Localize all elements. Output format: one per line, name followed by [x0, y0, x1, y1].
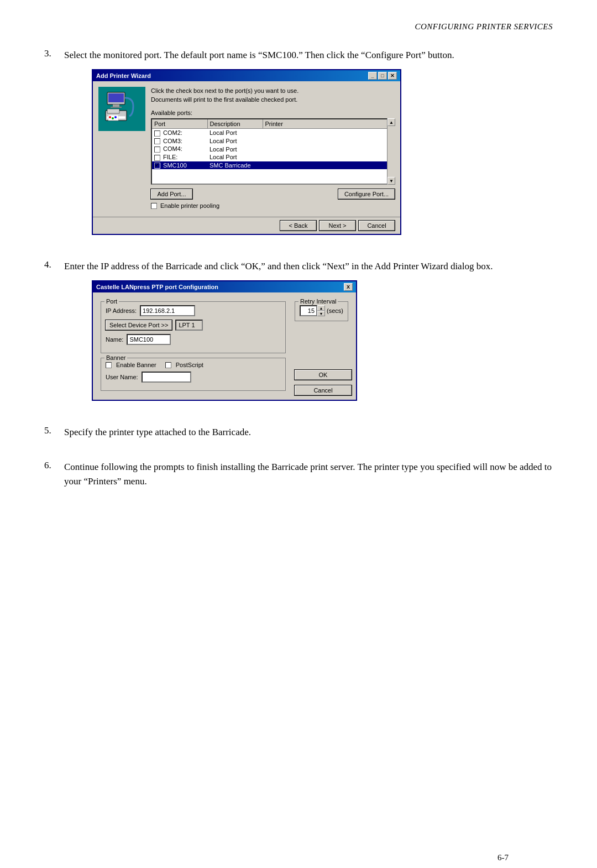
postscript-checkbox[interactable] — [165, 362, 171, 368]
enable-banner-checkbox[interactable] — [106, 362, 112, 368]
dialog-2-right: Retry Interval ▲ ▼ (secs) — [295, 297, 352, 395]
svg-point-10 — [114, 116, 117, 118]
port-2-printer — [263, 145, 394, 153]
port-list-container[interactable]: Port Description Printer — [151, 118, 395, 185]
enable-banner-label: Enable Banner — [116, 362, 156, 368]
svg-point-8 — [109, 116, 111, 118]
spinbox-buttons: ▲ ▼ — [317, 305, 325, 316]
port-groupbox: Port IP Address: Select Device Port >> L — [101, 301, 286, 353]
port-row-3[interactable]: FILE: Local Port — [152, 153, 394, 161]
step-6-number: 6. — [44, 460, 60, 496]
port-1-checkbox[interactable] — [154, 138, 160, 144]
dialog-2-body: Port IP Address: Select Device Port >> L — [93, 292, 356, 400]
port-1-printer — [263, 137, 394, 145]
dialog-2-title: Castelle LANpress PTP port Configuration — [96, 284, 218, 290]
cancel-button-2[interactable]: Cancel — [295, 385, 352, 395]
port-2-checkbox-cell: COM4: — [152, 145, 207, 153]
dialog-1-content: Click the check box next to the port(s) … — [151, 87, 395, 211]
port-3-name: FILE: — [163, 154, 177, 160]
dialog-1-instruction: Click the check box next to the port(s) … — [151, 87, 395, 104]
spinbox-up-button[interactable]: ▲ — [317, 305, 325, 311]
ip-address-label: IP Address: — [106, 307, 137, 314]
step-5: 5. Specify the printer type attached to … — [44, 425, 553, 446]
ok-button[interactable]: OK — [295, 370, 352, 380]
step-3-description: Select the monitored port. The default p… — [64, 48, 553, 62]
port-4-checkbox[interactable] — [154, 163, 160, 169]
svg-rect-1 — [108, 93, 124, 102]
step-5-number: 5. — [44, 425, 60, 446]
banner-options-row: Enable Banner PostScript — [106, 362, 281, 368]
port-3-checkbox[interactable] — [154, 155, 160, 161]
postscript-label: PostScript — [176, 362, 203, 368]
minimize-button[interactable]: _ — [368, 72, 377, 80]
close-button-2[interactable]: X — [344, 283, 353, 291]
retry-unit-label: (secs) — [327, 307, 343, 314]
wizard-printer-icon — [103, 90, 142, 128]
port-4-name: SMC100 — [163, 162, 187, 169]
configure-port-button[interactable]: Configure Port... — [338, 189, 395, 199]
scroll-up-arrow[interactable]: ▲ — [387, 118, 395, 126]
step-6-description: Continue following the prompts to finish… — [64, 460, 553, 489]
svg-rect-5 — [107, 109, 119, 113]
back-button-1[interactable]: < Back — [280, 221, 316, 231]
user-name-input[interactable] — [142, 372, 191, 383]
name-label: Name: — [106, 336, 123, 343]
page-number: 6-7 — [498, 853, 509, 862]
enable-pooling-label: Enable printer pooling — [160, 202, 219, 209]
port-group-label: Port — [104, 298, 119, 305]
close-button-1[interactable]: ✕ — [388, 72, 397, 80]
available-ports-label: Available ports: — [151, 109, 395, 116]
dialog-1-title: Add Printer Wizard — [96, 72, 151, 79]
step-3: 3. Select the monitored port. The defaul… — [44, 48, 553, 246]
port-4-printer — [263, 161, 394, 170]
ip-address-row: IP Address: — [106, 305, 281, 316]
svg-point-9 — [112, 117, 114, 119]
port-3-checkbox-cell: FILE: — [152, 153, 207, 161]
port-0-desc: Local Port — [207, 129, 263, 137]
dialog-1-body: Click the check box next to the port(s) … — [93, 81, 400, 217]
retry-interval-label: Retry Interval — [298, 298, 338, 305]
add-port-button[interactable]: Add Port... — [151, 189, 192, 199]
port-4-desc: SMC Barricade — [207, 161, 263, 170]
maximize-button[interactable]: □ — [378, 72, 387, 80]
port-table: Port Description Printer — [152, 119, 394, 169]
col-printer: Printer — [263, 119, 394, 129]
retry-spinbox: ▲ ▼ (secs) — [300, 305, 343, 316]
svg-rect-2 — [113, 104, 119, 107]
enable-pooling-checkbox[interactable] — [151, 203, 157, 209]
dialog-1-button-row: Add Port... Configure Port... — [151, 189, 395, 199]
port-1-name: COM3: — [163, 138, 182, 144]
port-2-checkbox[interactable] — [154, 147, 160, 153]
col-description: Description — [207, 119, 263, 129]
port-row-0[interactable]: COM2: Local Port — [152, 129, 394, 137]
next-button-1[interactable]: Next > — [320, 221, 355, 231]
port-row-1[interactable]: COM3: Local Port — [152, 137, 394, 145]
add-printer-wizard-dialog: Add Printer Wizard _ □ ✕ — [92, 69, 553, 235]
name-input[interactable] — [127, 334, 171, 345]
step-4-description: Enter the IP address of the Barricade an… — [64, 259, 553, 274]
port-row-2[interactable]: COM4: Local Port — [152, 145, 394, 153]
port-0-printer — [263, 129, 394, 137]
port-0-checkbox[interactable] — [154, 130, 160, 137]
page-header: Configuring Printer Services — [44, 22, 553, 32]
cancel-button-1[interactable]: Cancel — [359, 221, 395, 231]
retry-interval-groupbox: Retry Interval ▲ ▼ (secs) — [295, 301, 348, 321]
select-device-port-button[interactable]: Select Device Port >> — [106, 320, 172, 330]
dialog-1-titlebar: Add Printer Wizard _ □ ✕ — [93, 70, 400, 81]
retry-value-input[interactable] — [300, 305, 317, 316]
ip-address-input[interactable] — [140, 305, 195, 316]
user-name-row: User Name: — [106, 372, 281, 383]
user-name-label: User Name: — [106, 374, 138, 380]
port-row-4[interactable]: SMC100 SMC Barricade — [152, 161, 394, 170]
spinbox-down-button[interactable]: ▼ — [317, 311, 325, 316]
lanpress-dialog-wrapper: Castelle LANpress PTP port Configuration… — [92, 280, 553, 401]
scroll-down-arrow[interactable]: ▼ — [387, 177, 395, 185]
port-0-checkbox-cell: COM2: — [152, 129, 207, 137]
step-4: 4. Enter the IP address of the Barricade… — [44, 259, 553, 412]
scrollbar[interactable]: ▲ ▼ — [387, 118, 395, 185]
step-5-description: Specify the printer type attached to the… — [64, 425, 553, 440]
win-dialog-1: Add Printer Wizard _ □ ✕ — [92, 69, 401, 235]
step-6: 6. Continue following the prompts to fin… — [44, 460, 553, 496]
port-3-printer — [263, 153, 394, 161]
port-1-checkbox-cell: COM3: — [152, 137, 207, 145]
